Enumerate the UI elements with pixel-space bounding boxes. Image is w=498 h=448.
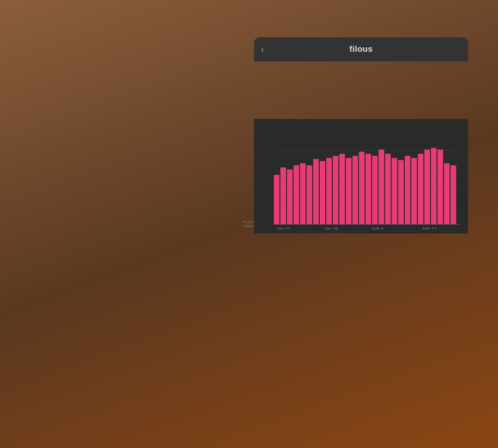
svg-rect-34 xyxy=(411,158,417,224)
svg-rect-40 xyxy=(451,165,456,224)
svg-rect-26 xyxy=(359,152,365,224)
svg-rect-32 xyxy=(398,160,404,224)
track-item-2[interactable]: FILOUSREMIX HOLD ME LIKE YOU USED TO FIL… xyxy=(30,340,244,383)
track-thumb-2: FILOUSREMIX xyxy=(38,344,73,379)
right-header: ‹ filous xyxy=(254,37,468,62)
svg-rect-25 xyxy=(353,156,358,224)
svg-rect-31 xyxy=(392,158,397,224)
svg-rect-22 xyxy=(333,156,338,224)
svg-rect-38 xyxy=(438,149,443,224)
svg-rect-33 xyxy=(405,156,410,224)
svg-rect-36 xyxy=(424,149,430,224)
chart-container: 250 200 150 100 50 0 xyxy=(254,119,468,233)
svg-rect-37 xyxy=(431,148,436,224)
svg-text:Feb 12: Feb 12 xyxy=(422,226,436,229)
left-panel: ‹ filous AIRPLAY PER COUNTRY xyxy=(30,37,244,411)
right-title: filous xyxy=(349,44,373,54)
svg-text:Jan 22: Jan 22 xyxy=(276,226,290,229)
right-back-button[interactable]: ‹ xyxy=(261,44,264,55)
svg-rect-35 xyxy=(418,154,423,224)
svg-rect-20 xyxy=(320,161,325,224)
svg-rect-13 xyxy=(274,175,279,224)
airplay-chart: 250 200 150 100 50 0 xyxy=(274,127,460,229)
svg-rect-28 xyxy=(372,156,377,224)
svg-rect-15 xyxy=(287,170,292,224)
svg-text:Feb 5: Feb 5 xyxy=(372,226,383,229)
svg-rect-21 xyxy=(326,158,332,224)
svg-rect-23 xyxy=(339,154,345,224)
svg-rect-16 xyxy=(293,165,299,224)
svg-rect-17 xyxy=(300,163,306,224)
svg-rect-39 xyxy=(444,163,450,224)
svg-rect-14 xyxy=(280,167,286,224)
left-content: AIRPLAY PER COUNTRY xyxy=(30,62,244,383)
svg-rect-19 xyxy=(313,159,319,224)
svg-rect-24 xyxy=(346,158,352,224)
svg-rect-30 xyxy=(385,154,390,224)
svg-rect-29 xyxy=(378,149,384,224)
svg-rect-18 xyxy=(307,165,312,224)
svg-text:Jan 29: Jan 29 xyxy=(324,226,338,229)
svg-rect-27 xyxy=(366,154,371,224)
